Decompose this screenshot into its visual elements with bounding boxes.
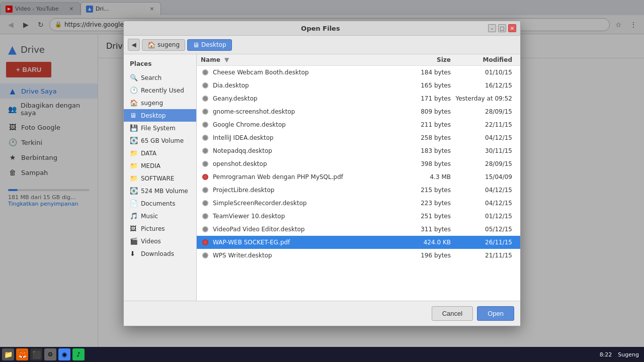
taskbar-user: Sugeng [618,351,639,358]
file-row[interactable]: openshot.desktop398 bytes28/09/15 [197,157,520,170]
file-type-icon [201,225,210,234]
file-type-icon [201,251,210,260]
file-modified: 05/12/15 [451,226,516,233]
file-modified: 16/12/15 [451,82,516,89]
file-row[interactable]: Geany.desktop171 bytesYesterday at 09:52 [197,92,520,105]
file-row[interactable]: gnome-screenshot.desktop809 bytes28/09/1… [197,105,520,118]
place-data[interactable]: 📁 DATA [124,147,196,159]
file-row[interactable]: Google Chrome.desktop211 bytes22/11/15 [197,118,520,131]
file-size: 165 bytes [406,82,451,89]
file-row[interactable]: TeamViewer 10.desktop251 bytes01/12/15 [197,210,520,223]
taskbar-chrome-icon[interactable]: ◉ [58,348,70,360]
dialog-titlebar: Open Files – □ ✕ [124,21,520,36]
place-recently-used[interactable]: 🕐 Recently Used [124,84,196,97]
parent-folder-icon: 🏠 [147,41,155,49]
place-pictures[interactable]: 🖼 Pictures [124,222,196,235]
taskbar-files-icon[interactable]: 📁 [2,348,14,360]
file-size: 215 bytes [406,187,451,194]
place-downloads-icon: ⬇ [130,250,138,257]
cancel-button[interactable]: Cancel [432,306,473,321]
file-row[interactable]: Notepadqq.desktop183 bytes30/11/15 [197,144,520,157]
taskbar-firefox-icon[interactable]: 🦊 [16,348,28,360]
place-videos[interactable]: 🎬 Videos [124,235,196,247]
file-modified: 04/12/15 [451,134,516,141]
file-list[interactable]: Cheese Webcam Booth.desktop184 bytes01/1… [197,66,520,301]
file-modified: 01/10/15 [451,69,516,76]
place-recent-icon: 🕐 [130,86,138,94]
place-search[interactable]: 🔍 Search [124,71,196,84]
place-pictures-icon: 🖼 [130,225,138,232]
place-docs-icon: 📄 [130,200,138,207]
place-65gb-label: 65 GB Volume [141,137,184,144]
breadcrumb-parent[interactable]: 🏠 sugeng [142,39,185,51]
col-name-header[interactable]: Name ▼ [201,56,406,63]
file-row[interactable]: WPS Writer.desktop196 bytes21/11/15 [197,249,520,262]
place-desktop[interactable]: 🖥 Desktop [124,109,196,122]
file-row[interactable]: IntelliJ IDEA.desktop258 bytes04/12/15 [197,131,520,144]
minimize-button[interactable]: – [488,24,496,32]
taskbar-music-icon[interactable]: ♪ [72,348,85,360]
file-size: 424.0 KB [406,239,451,246]
place-524mb-label: 524 MB Volume [141,188,188,195]
maximize-button[interactable]: □ [498,24,506,32]
file-row[interactable]: Pemrograman Web dengan PHP MySQL.pdf4.3 … [197,170,520,184]
file-type-icon [201,120,210,129]
file-row[interactable]: WAP-WEB SOCKET-EG.pdf424.0 KB26/11/15 [197,236,520,249]
place-software-icon: 📁 [130,174,138,182]
file-row[interactable]: VideoPad Video Editor.desktop311 bytes05… [197,223,520,236]
taskbar-settings-icon[interactable]: ⚙ [44,348,56,360]
file-name: TeamViewer 10.desktop [213,213,406,220]
col-size-header[interactable]: Size [406,56,451,63]
taskbar-time: 8:22 [600,351,612,358]
close-button[interactable]: ✕ [508,24,516,32]
place-documents[interactable]: 📄 Documents [124,197,196,210]
place-media[interactable]: 📁 MEDIA [124,159,196,172]
col-modified-label: Modified [482,56,512,63]
file-size: 223 bytes [406,200,451,207]
place-media-icon: 📁 [130,162,138,169]
place-music-label: Music [141,213,158,220]
place-65gb-icon: 💽 [130,137,138,144]
file-size: 171 bytes [406,95,451,102]
file-row[interactable]: Dia.desktop165 bytes16/12/15 [197,79,520,92]
col-size-label: Size [437,56,451,63]
col-modified-header[interactable]: Modified [451,56,516,63]
place-65gb[interactable]: 💽 65 GB Volume [124,134,196,147]
place-downloads[interactable]: ⬇ Downloads [124,247,196,260]
place-file-system[interactable]: 💾 File System [124,122,196,134]
file-row[interactable]: ProjectLibre.desktop215 bytes04/12/15 [197,184,520,197]
dialog-nav: ◀ 🏠 sugeng 🖥 Desktop [124,36,520,54]
file-row[interactable]: Cheese Webcam Booth.desktop184 bytes01/1… [197,66,520,79]
place-music[interactable]: 🎵 Music [124,210,196,222]
file-name: Geany.desktop [213,95,406,102]
place-524mb[interactable]: 💽 524 MB Volume [124,185,196,197]
file-type-icon [201,146,210,155]
place-videos-label: Videos [141,238,161,245]
file-type-icon [201,94,210,103]
file-name: VideoPad Video Editor.desktop [213,226,406,233]
file-size: 183 bytes [406,147,451,154]
place-software-label: SOFTWARE [141,175,174,182]
current-folder-icon: 🖥 [193,41,199,49]
dialog-back-button[interactable]: ◀ [128,39,140,51]
file-type-icon [201,186,210,195]
place-sugeng[interactable]: 🏠 sugeng [124,97,196,109]
file-name: Google Chrome.desktop [213,121,406,128]
file-row[interactable]: SimpleScreenRecorder.desktop223 bytes04/… [197,197,520,210]
file-modified: 04/12/15 [451,200,516,207]
place-fs-label: File System [141,125,176,132]
open-button[interactable]: Open [477,306,514,321]
place-docs-label: Documents [141,200,175,207]
place-software[interactable]: 📁 SOFTWARE [124,172,196,185]
file-name: WPS Writer.desktop [213,252,406,259]
places-title: Places [124,58,196,71]
file-type-icon [201,68,210,77]
breadcrumb-current[interactable]: 🖥 Desktop [187,39,232,51]
place-recent-label: Recently Used [141,87,184,94]
file-size: 398 bytes [406,160,451,167]
place-downloads-label: Downloads [141,250,174,257]
breadcrumb-current-label: Desktop [201,41,226,48]
file-modified: 28/09/15 [451,108,516,115]
file-name: Notepadqq.desktop [213,147,406,154]
taskbar-terminal-icon[interactable]: ⬛ [30,348,42,360]
